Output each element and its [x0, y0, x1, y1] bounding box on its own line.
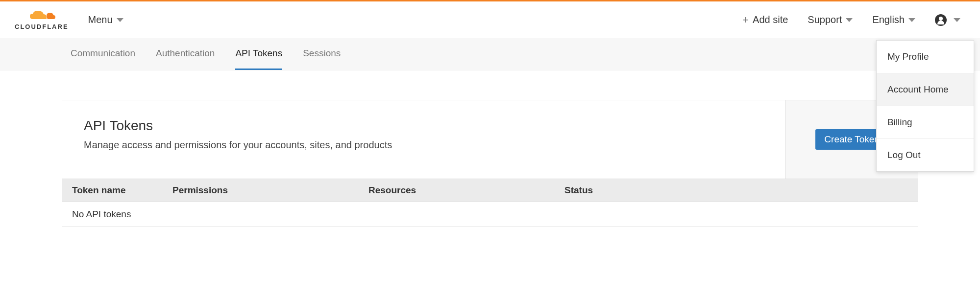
cloudflare-cloud-icon: [28, 9, 55, 22]
caret-down-icon: [117, 18, 123, 22]
header-left: CLOUDFLARE Menu: [15, 9, 123, 30]
user-avatar-icon: [935, 14, 947, 26]
tab-communication[interactable]: Communication: [71, 38, 135, 70]
page-title: API Tokens: [84, 118, 764, 134]
content: API Tokens Manage access and permissions…: [0, 70, 980, 227]
add-site-label: Add site: [753, 14, 788, 25]
language-dropdown[interactable]: English: [872, 14, 915, 25]
menu-label: Menu: [88, 14, 113, 25]
caret-down-icon: [846, 18, 853, 22]
tabs: Communication Authentication API Tokens …: [71, 38, 909, 70]
caret-down-icon: [954, 18, 960, 22]
support-dropdown[interactable]: Support: [808, 14, 853, 25]
dropdown-my-profile[interactable]: My Profile: [877, 41, 974, 73]
column-status: Status: [564, 185, 908, 196]
support-label: Support: [808, 14, 842, 25]
user-dropdown-menu: My Profile Account Home Billing Log Out: [876, 40, 974, 172]
language-label: English: [872, 14, 905, 25]
tabs-bar: Communication Authentication API Tokens …: [0, 38, 980, 70]
tab-authentication[interactable]: Authentication: [156, 38, 215, 70]
page-subtitle: Manage access and permissions for your a…: [84, 139, 764, 151]
column-permissions: Permissions: [172, 185, 368, 196]
logo-text: CLOUDFLARE: [15, 23, 69, 30]
column-resources: Resources: [368, 185, 564, 196]
column-token-name: Token name: [72, 185, 172, 196]
empty-state-text: No API tokens: [72, 209, 131, 220]
cloudflare-logo[interactable]: CLOUDFLARE: [15, 9, 69, 30]
plus-icon: +: [742, 14, 749, 26]
dropdown-log-out[interactable]: Log Out: [877, 139, 974, 171]
table-row: No API tokens: [62, 202, 918, 227]
user-menu-button[interactable]: [935, 14, 960, 26]
card-header: API Tokens Manage access and permissions…: [62, 100, 918, 179]
header: CLOUDFLARE Menu + Add site Support Engli…: [0, 1, 980, 38]
dropdown-billing[interactable]: Billing: [877, 106, 974, 139]
api-tokens-card: API Tokens Manage access and permissions…: [62, 100, 918, 227]
tab-sessions[interactable]: Sessions: [303, 38, 341, 70]
menu-button[interactable]: Menu: [88, 14, 123, 25]
caret-down-icon: [908, 18, 915, 22]
card-header-left: API Tokens Manage access and permissions…: [62, 100, 785, 179]
add-site-button[interactable]: + Add site: [742, 14, 788, 26]
table-header: Token name Permissions Resources Status: [62, 179, 918, 202]
header-right: + Add site Support English: [742, 14, 965, 26]
dropdown-account-home[interactable]: Account Home: [877, 73, 974, 106]
tab-api-tokens[interactable]: API Tokens: [235, 38, 282, 70]
